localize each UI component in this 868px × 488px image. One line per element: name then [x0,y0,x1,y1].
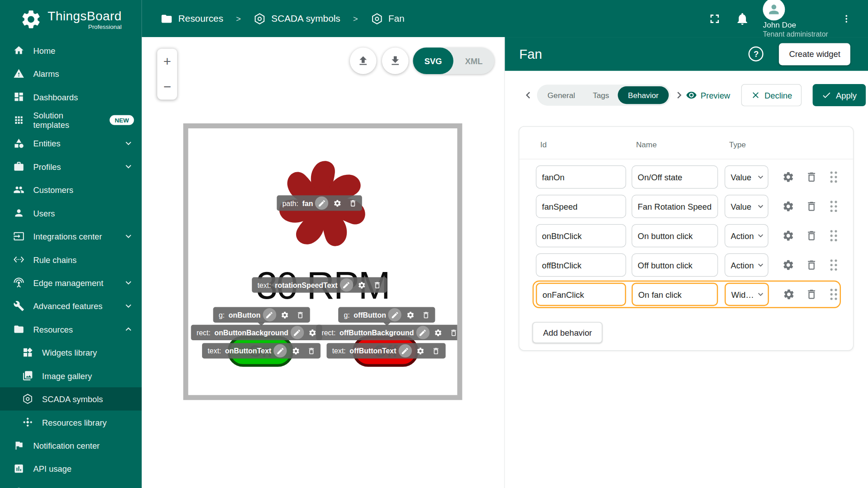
behavior-name-input[interactable] [632,224,718,247]
notifications-bell-icon[interactable] [735,11,750,26]
create-widget-button[interactable]: Create widget [779,43,850,65]
behavior-type-select[interactable]: Value [725,165,769,188]
settings-gear-icon[interactable] [355,278,368,291]
trash-icon[interactable] [346,197,359,210]
tag-chip-on-button-group[interactable]: g:onButton [213,307,310,323]
sidebar-item-resources[interactable]: Resources [0,318,142,341]
apply-button[interactable]: Apply [813,84,866,106]
sidebar-item-integrations-center[interactable]: Integrations center [0,225,142,248]
decline-button[interactable]: Decline [741,84,802,106]
add-behavior-button[interactable]: Add behavior [533,322,603,343]
tag-chip-off-button-group[interactable]: g:offButton [338,307,435,323]
sidebar-item-users[interactable]: Users [0,202,142,225]
sidebar-item-home[interactable]: Home [0,39,142,62]
sidebar-item-dashboards[interactable]: Dashboards [0,85,142,108]
zoom-out-button[interactable]: − [157,75,177,99]
settings-gear-icon[interactable] [432,326,445,339]
settings-gear-icon[interactable] [414,344,427,357]
tag-chip-rotation-speed-text[interactable]: text:rotationSpeedText [252,277,387,292]
sidebar-item-notification-center[interactable]: Notification center [0,434,142,457]
sidebar-item-resources-library[interactable]: Resources library [0,411,142,434]
breadcrumb-scada-symbols[interactable]: SCADA symbols [271,13,340,24]
row-settings-button[interactable] [778,167,798,187]
trash-icon[interactable] [371,278,384,291]
symbol-canvas[interactable]: 30 RPM On Off path:fan text:rotationSpee… [183,123,462,400]
settings-gear-icon[interactable] [278,308,291,321]
drag-handle[interactable] [828,198,840,215]
row-settings-button[interactable] [779,284,798,304]
sidebar-item-edge-management[interactable]: Edge management [0,271,142,294]
tag-chip-off-button-background[interactable]: rect:offButtonBackground [316,325,457,340]
edit-icon[interactable] [398,344,411,357]
behavior-type-select[interactable]: Value [725,195,769,218]
tag-chip-off-button-text[interactable]: text:offButtonText [326,343,445,358]
trash-icon[interactable] [447,326,458,339]
help-button[interactable]: ? [749,47,764,61]
sidebar-item-advanced-features[interactable]: Advanced features [0,294,142,317]
trash-icon[interactable] [294,308,307,321]
drag-handle[interactable] [828,257,840,273]
sidebar-item-rule-chains[interactable]: Rule chains [0,248,142,271]
sidebar-item-white-labeling[interactable]: White labeling [0,480,142,488]
edit-icon[interactable] [274,344,287,357]
tag-chip-on-button-text[interactable]: text:onButtonText [202,343,321,358]
breadcrumb-resources[interactable]: Resources [178,13,223,24]
trash-icon[interactable] [419,308,432,321]
row-delete-button[interactable] [802,255,821,275]
row-delete-button[interactable] [802,284,821,304]
edit-icon[interactable] [388,308,401,321]
behavior-name-input[interactable] [632,283,718,306]
kebab-menu-icon[interactable] [841,11,851,26]
tab-general[interactable]: General [538,86,584,104]
upload-button[interactable] [350,47,377,74]
svg-tab[interactable]: SVG [413,47,453,74]
behavior-name-input[interactable] [632,195,718,218]
tag-chip-fan[interactable]: path:fan [277,195,362,211]
tab-tags[interactable]: Tags [584,86,618,104]
download-button[interactable] [382,47,409,74]
tag-chip-on-button-background[interactable]: rect:onButtonBackground [191,325,322,340]
behavior-id-input[interactable] [536,195,626,218]
sidebar-item-api-usage[interactable]: API usage [0,457,142,480]
behavior-type-select[interactable]: Action [725,224,769,247]
row-delete-button[interactable] [802,197,821,216]
settings-gear-icon[interactable] [404,308,417,321]
edit-icon[interactable] [291,326,304,339]
tab-behavior[interactable]: Behavior [618,86,669,104]
behavior-id-input[interactable] [536,283,626,306]
behavior-id-input[interactable] [536,253,626,277]
drag-handle[interactable] [828,169,840,185]
fullscreen-icon[interactable] [708,11,722,26]
chevron-left-icon[interactable] [521,89,534,102]
behavior-id-input[interactable] [536,224,626,247]
behavior-name-input[interactable] [632,253,718,277]
row-settings-button[interactable] [778,197,798,216]
behavior-name-input[interactable] [632,165,718,188]
row-delete-button[interactable] [802,167,821,187]
chevron-right-icon[interactable] [672,89,685,102]
sidebar-item-widgets-library[interactable]: Widgets library [0,341,142,364]
behavior-type-select[interactable]: Action [725,253,769,277]
edit-icon[interactable] [315,197,328,210]
row-settings-button[interactable] [778,255,798,275]
behavior-id-input[interactable] [536,165,626,188]
sidebar-item-image-gallery[interactable]: Image gallery [0,364,142,387]
sidebar-item-entities[interactable]: Entities [0,131,142,155]
zoom-in-button[interactable]: + [157,50,177,73]
row-settings-button[interactable] [778,226,798,246]
sidebar-item-alarms[interactable]: Alarms [0,62,142,85]
behavior-type-select[interactable]: Widg… [725,283,769,306]
row-delete-button[interactable] [802,226,821,246]
edit-icon[interactable] [416,326,429,339]
settings-gear-icon[interactable] [331,197,344,210]
sidebar-item-customers[interactable]: Customers [0,178,142,201]
drag-handle[interactable] [828,227,840,244]
xml-tab[interactable]: XML [453,56,495,66]
preview-button[interactable]: Preview [686,89,730,100]
edit-icon[interactable] [340,278,353,291]
trash-icon[interactable] [429,344,443,357]
sidebar-item-scada-symbols[interactable]: SCADA symbols [0,387,142,410]
trash-icon[interactable] [305,344,318,357]
sidebar-item-solution-templates[interactable]: Solution templates NEW [0,108,142,131]
user-menu[interactable]: John Doe Tenant administrator [763,0,828,39]
